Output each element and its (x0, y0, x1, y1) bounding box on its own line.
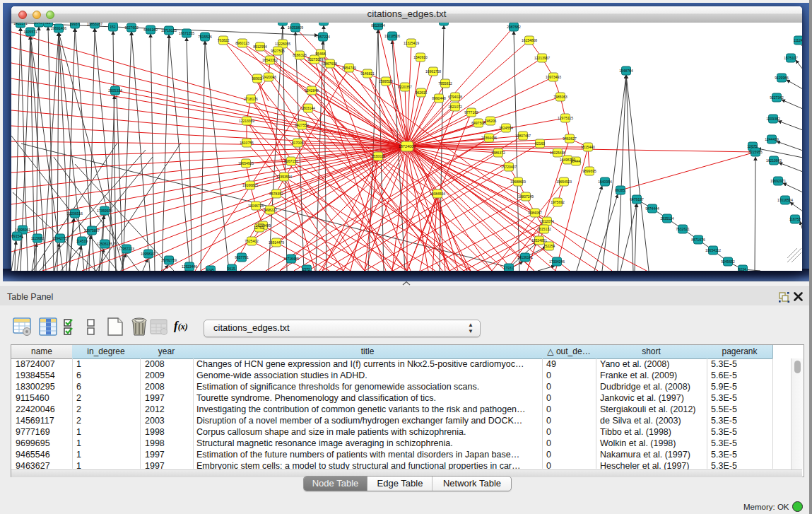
svg-text:23975887: 23975887 (84, 228, 100, 233)
svg-text:9327508: 9327508 (307, 57, 322, 62)
svg-text:13226055: 13226055 (275, 42, 290, 46)
svg-text:9657791: 9657791 (235, 255, 249, 259)
svg-text:1540910: 1540910 (413, 55, 428, 59)
svg-text:7515526: 7515526 (198, 35, 212, 39)
svg-text:19218506: 19218506 (384, 34, 400, 38)
svg-text:1209382: 1209382 (766, 117, 780, 121)
svg-text:2867608: 2867608 (323, 62, 337, 66)
svg-text:11124.: 11124. (794, 38, 802, 42)
svg-text:16154808: 16154808 (522, 38, 537, 42)
svg-text:1405571: 1405571 (23, 30, 37, 34)
svg-text:763822: 763822 (218, 38, 230, 42)
svg-text:2803144: 2803144 (301, 106, 315, 110)
svg-text:8186328: 8186328 (293, 53, 307, 57)
svg-text:1612074: 1612074 (540, 219, 554, 223)
svg-text:12213369: 12213369 (239, 119, 254, 123)
svg-text:16210643: 16210643 (766, 158, 782, 163)
svg-text:1615132: 1615132 (537, 227, 551, 231)
svg-text:98901.: 98901. (252, 76, 262, 81)
svg-text:7625402: 7625402 (245, 239, 259, 243)
svg-text:14136141: 14136141 (517, 255, 533, 259)
svg-text:12675.: 12675. (747, 144, 758, 148)
svg-text:16782759: 16782759 (161, 258, 177, 262)
svg-text:2905334: 2905334 (108, 88, 122, 93)
svg-text:9527505: 9527505 (271, 49, 285, 53)
svg-text:9129966: 9129966 (775, 76, 789, 80)
svg-text:9084067: 9084067 (528, 211, 542, 215)
svg-text:746206: 746206 (485, 119, 497, 123)
svg-text:12942737: 12942737 (52, 236, 68, 240)
svg-text:22420046: 22420046 (261, 75, 276, 79)
svg-text:152.: 152. (110, 25, 117, 29)
svg-text:19937.: 19937. (69, 23, 80, 26)
svg-text:8427552: 8427552 (295, 123, 309, 127)
svg-text:17359924: 17359924 (97, 209, 112, 213)
svg-text:9777169: 9777169 (464, 110, 478, 115)
svg-text:3498222: 3498222 (263, 208, 277, 212)
svg-text:20364436: 20364436 (481, 136, 497, 140)
svg-text:7955812: 7955812 (438, 81, 452, 86)
svg-text:10853287: 10853287 (87, 23, 102, 26)
svg-text:116753: 116753 (789, 217, 801, 221)
svg-text:19384554: 19384554 (430, 192, 445, 196)
svg-text:1575107: 1575107 (784, 56, 798, 60)
svg-text:2087682: 2087682 (507, 25, 521, 29)
svg-text:1572.: 1572. (302, 267, 312, 271)
svg-text:16671355: 16671355 (179, 31, 194, 35)
svg-text:16543362: 16543362 (262, 58, 278, 62)
svg-text:19166825: 19166825 (242, 183, 258, 187)
svg-text:1610755: 1610755 (240, 141, 254, 145)
svg-text:1621072: 1621072 (448, 105, 462, 109)
svg-text:9227342: 9227342 (770, 95, 784, 100)
svg-text:98444.: 98444. (570, 159, 581, 163)
svg-text:1527602: 1527602 (124, 25, 139, 30)
svg-text:19654925: 19654925 (238, 161, 254, 165)
svg-text:17957223: 17957223 (119, 247, 134, 251)
svg-text:10958107: 10958107 (141, 252, 156, 256)
svg-text:12923446: 12923446 (182, 264, 197, 269)
svg-text:6466160: 6466160 (143, 28, 158, 32)
svg-text:6794028: 6794028 (448, 95, 462, 99)
svg-text:11325419: 11325419 (404, 41, 419, 45)
svg-text:7485063: 7485063 (553, 95, 567, 99)
svg-text:10973493: 10973493 (546, 75, 561, 79)
svg-text:7386372: 7386372 (491, 151, 505, 155)
svg-text:1548764: 1548764 (619, 69, 633, 73)
svg-text:12751.: 12751. (254, 226, 264, 230)
svg-text:6497508: 6497508 (471, 121, 486, 125)
svg-text:12975115: 12975115 (558, 116, 573, 120)
svg-text:8454749: 8454749 (342, 66, 356, 70)
svg-text:16914479: 16914479 (269, 240, 284, 245)
svg-text:9045.: 9045. (35, 23, 44, 25)
svg-text:503.: 503. (320, 23, 327, 23)
svg-text:10688609: 10688609 (510, 180, 526, 184)
svg-text:16053809: 16053809 (288, 25, 303, 30)
svg-text:2588520: 2588520 (379, 79, 393, 83)
svg-text:9515440: 9515440 (581, 145, 595, 149)
svg-text:9245.: 9245. (206, 268, 216, 271)
svg-text:19654923: 19654923 (556, 180, 572, 184)
svg-text:1115682: 1115682 (31, 236, 45, 240)
svg-text:15720407: 15720407 (501, 165, 517, 169)
svg-text:12505135: 12505135 (97, 242, 112, 246)
svg-text:2718176: 2718176 (244, 97, 258, 101)
svg-text:1405571: 1405571 (13, 23, 28, 25)
svg-text:9242848: 9242848 (305, 88, 319, 93)
svg-text:95468.: 95468. (315, 52, 326, 56)
svg-text:20206516: 20206516 (67, 211, 83, 216)
svg-text:18807249: 18807249 (518, 194, 534, 199)
svg-text:10807467: 10807467 (515, 134, 531, 138)
svg-text:10025438: 10025438 (550, 151, 565, 155)
svg-text:962615: 962615 (416, 90, 428, 95)
svg-text:252254: 252254 (543, 244, 555, 248)
svg-text:9463627: 9463627 (563, 136, 577, 141)
svg-text:15716485: 15716485 (283, 257, 299, 261)
svg-text:16961758: 16961758 (425, 69, 441, 74)
svg-text:8471676: 8471676 (691, 238, 705, 242)
svg-text:1975692: 1975692 (551, 200, 565, 204)
svg-text:18524851: 18524851 (531, 238, 547, 243)
svg-text:17016504: 17016504 (777, 198, 793, 202)
svg-text:10046726: 10046726 (248, 204, 264, 208)
svg-text:6479197: 6479197 (630, 197, 644, 201)
svg-text:812.: 812. (45, 23, 52, 25)
